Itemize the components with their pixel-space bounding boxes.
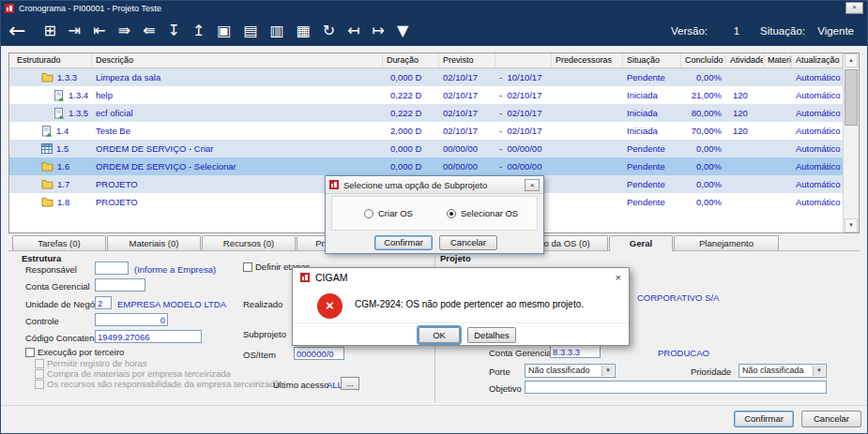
subprojeto-dialog-title: Selecione uma opção de Subprojeto — [343, 180, 487, 190]
indent-right-icon[interactable]: ⇥ — [69, 23, 81, 38]
table-row[interactable]: 1.6ORDEM DE SERVIÇO - Selecionar0,000 D0… — [9, 157, 843, 175]
tab-recursos-0[interactable]: Recursos (0) — [202, 235, 296, 250]
previsto-ate-cell: - 10/10/17 — [495, 68, 552, 86]
codigo-concatenado-field[interactable] — [95, 330, 202, 343]
execucao-terceiro-checkbox[interactable] — [25, 348, 35, 357]
informe-empresa-link[interactable]: (Informe a Empresa) — [134, 264, 216, 275]
tab-tarefas-0[interactable]: Tarefas (0) — [12, 235, 106, 250]
subprojeto-dialog-close-icon[interactable]: × — [525, 179, 540, 191]
column-header[interactable]: Situação — [623, 53, 681, 67]
prioridade-select[interactable]: Não classificada ▼ — [739, 364, 827, 378]
scroll-up-icon[interactable]: ▲ — [845, 53, 858, 67]
table-row[interactable]: 1.4Teste Be2,000 D02/10/17- 02/10/17Inic… — [9, 122, 843, 140]
refresh-icon[interactable]: ↻ — [323, 23, 335, 38]
move-right-icon[interactable]: ⇛ — [118, 23, 130, 38]
situacao-cell: Iniciada — [623, 104, 681, 122]
import-icon[interactable]: ↧ — [167, 23, 179, 38]
selecionar-os-option[interactable]: Selecionar OS — [447, 208, 518, 218]
concluido-cell: 70,00% — [681, 122, 726, 140]
conta-gerencial-field[interactable] — [95, 278, 145, 292]
registro-horas-checkbox[interactable] — [35, 359, 44, 368]
estruturado-cell: 1.5 — [9, 140, 92, 157]
projeto-conta-gerencial-desc: PRODUCAO — [658, 348, 709, 358]
table-row[interactable]: 1.3.3Limpeza da sala0,000 D02/10/17- 10/… — [9, 68, 843, 86]
duracao-cell: 0,000 D — [383, 140, 439, 157]
ultimo-acesso-browse-button[interactable]: ... — [341, 377, 359, 390]
tab-geral[interactable]: Geral — [609, 235, 673, 251]
folder-icon — [41, 179, 53, 189]
atividade-cell: 120 — [726, 122, 764, 140]
criar-os-radio[interactable] — [364, 209, 373, 218]
vertical-scrollbar[interactable]: ▲ ▼ — [843, 53, 859, 232]
os-item-field[interactable] — [294, 347, 344, 360]
cigam-logo-icon — [300, 273, 310, 282]
column-header[interactable]: Descrição — [92, 53, 383, 67]
column-header[interactable]: Atividade — [726, 53, 764, 67]
controle-field[interactable] — [95, 313, 168, 326]
copy-icon[interactable]: ▥ — [270, 23, 284, 38]
column-header[interactable]: Atualização — [792, 53, 843, 67]
duplicate-icon[interactable]: ▣ — [217, 23, 231, 38]
table-icon — [41, 143, 53, 154]
criar-os-label: Criar OS — [378, 208, 413, 218]
situacao-cell: Pendente — [623, 140, 681, 157]
table-row[interactable]: 1.3.4help0,222 D02/10/17- 02/10/17Inicia… — [9, 86, 843, 104]
dialog-confirmar-button[interactable]: Confirmar — [374, 235, 433, 250]
new-task-icon[interactable]: ⊞ — [43, 23, 55, 38]
back-icon[interactable]: ← — [8, 21, 25, 41]
error-icon: × — [317, 293, 343, 319]
export-right-icon[interactable]: ↦ — [373, 23, 385, 38]
column-header[interactable]: Predecessoras — [552, 53, 623, 67]
detalhes-button[interactable]: Detalhes — [467, 327, 516, 343]
conta-gerencial-label: Conta Gerencial — [25, 281, 90, 292]
situacao-value: Vigente — [805, 25, 854, 37]
table-row[interactable]: 1.3.5ecf oficial0,222 D02/10/17- 02/10/1… — [9, 104, 843, 122]
column-header[interactable] — [495, 53, 552, 67]
prioridade-value: Não classificada — [742, 366, 804, 375]
chart-icon[interactable]: ▦ — [297, 23, 311, 38]
unidade-negocio-desc: EMPRESA MODELO LTDA — [117, 299, 226, 309]
objetivo-field[interactable] — [525, 381, 827, 394]
table-row[interactable]: 1.5ORDEM DE SERVIÇO - Criar0,000 D00/00/… — [9, 140, 843, 157]
column-header[interactable]: Estruturado — [9, 53, 92, 67]
scrollbar-thumb[interactable] — [845, 69, 858, 126]
ok-button[interactable]: OK — [419, 327, 460, 343]
column-header[interactable]: Duração — [383, 53, 439, 67]
porte-select[interactable]: Não classificado ▼ — [525, 364, 616, 378]
criar-os-option[interactable]: Criar OS — [364, 208, 413, 218]
column-header[interactable]: Concluído — [681, 53, 726, 67]
error-dialog-title: CIGAM — [315, 272, 347, 283]
cancelar-button[interactable]: Cancelar — [801, 411, 861, 427]
filter-icon[interactable]: ▼ — [397, 23, 408, 38]
selecionar-os-radio[interactable] — [447, 209, 456, 218]
column-header[interactable]: Material — [764, 53, 792, 67]
scroll-down-icon[interactable]: ▼ — [845, 218, 858, 232]
export-left-icon[interactable]: ↤ — [347, 23, 359, 38]
material-cell — [764, 175, 792, 193]
window-close-button[interactable]: × — [845, 2, 863, 14]
responsavel-field[interactable] — [95, 262, 129, 275]
unidade-negocio-field[interactable] — [95, 296, 112, 309]
tab-planejamento[interactable]: Planejamento — [674, 235, 779, 250]
document-icon[interactable]: ▤ — [243, 23, 257, 38]
projeto-conta-gerencial-field[interactable] — [550, 345, 601, 358]
atividade-cell — [726, 193, 764, 211]
objetivo-label: Objetivo — [489, 383, 522, 394]
tab-materiais-0[interactable]: Materiais (0) — [107, 235, 201, 250]
concluido-cell: 0,00% — [681, 68, 726, 86]
folder-icon — [41, 72, 53, 82]
chevron-down-icon: ▼ — [813, 366, 825, 376]
controle-label: Controle — [25, 316, 59, 326]
error-dialog-close-icon[interactable]: × — [616, 273, 621, 283]
move-left-icon[interactable]: ⇚ — [143, 23, 155, 38]
confirmar-button[interactable]: Confirmar — [734, 411, 794, 427]
export-icon[interactable]: ↥ — [192, 23, 205, 38]
recursos-responsabilidade-checkbox[interactable] — [35, 380, 44, 389]
compra-materiais-checkbox[interactable] — [35, 369, 44, 379]
compra-materiais-label: Compra de materiais por empresa terceiri… — [47, 368, 231, 379]
definir-etapas-checkbox[interactable] — [243, 262, 252, 272]
column-header[interactable]: Previsto — [439, 53, 495, 67]
concluido-cell: 21,00% — [681, 86, 726, 104]
indent-left-icon[interactable]: ⇤ — [93, 23, 105, 38]
dialog-cancelar-button[interactable]: Cancelar — [439, 235, 497, 250]
